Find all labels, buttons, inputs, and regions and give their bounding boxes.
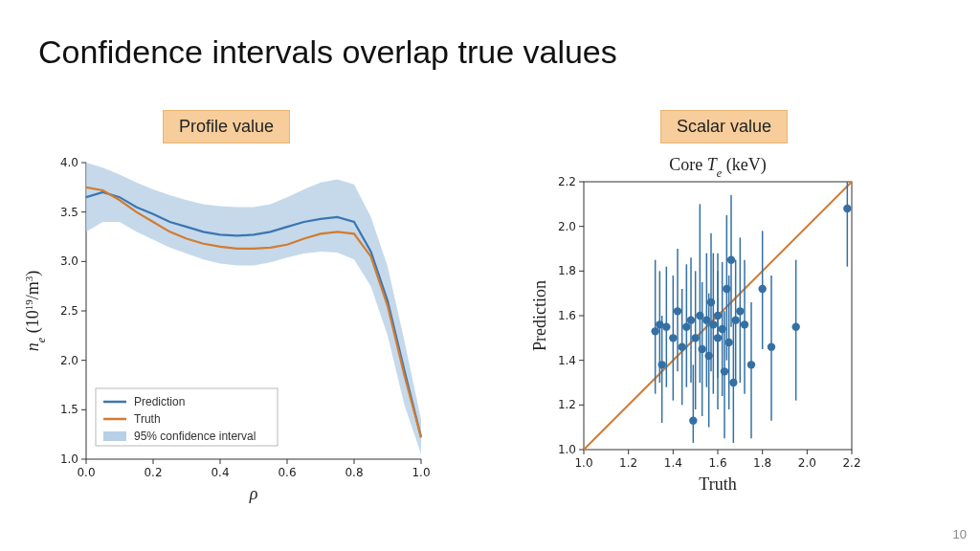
svg-text:2.2: 2.2 (558, 175, 576, 188)
profile-chart: 0.00.20.40.60.81.01.01.52.02.53.03.54.0ρ… (19, 153, 431, 507)
scatter-point (691, 334, 699, 342)
scatter-point (669, 334, 677, 342)
scatter-point (727, 255, 735, 263)
svg-text:1.2: 1.2 (558, 398, 576, 411)
page-number: 10 (953, 527, 967, 541)
scatter-point (731, 316, 739, 323)
svg-text:Prediction: Prediction (530, 280, 549, 351)
svg-text:1.0: 1.0 (574, 456, 592, 470)
scatter-point (758, 285, 766, 293)
scatter-point (741, 320, 748, 328)
svg-text:3.5: 3.5 (60, 206, 78, 219)
svg-text:1.6: 1.6 (708, 456, 726, 470)
svg-text:2.5: 2.5 (60, 304, 78, 318)
scatter-point (651, 327, 658, 335)
scatter-point (682, 322, 690, 330)
svg-text:2.0: 2.0 (798, 456, 816, 470)
svg-text:1.0: 1.0 (60, 452, 78, 466)
svg-text:Prediction: Prediction (134, 395, 185, 408)
svg-text:0.8: 0.8 (345, 466, 363, 479)
svg-text:Truth: Truth (699, 474, 736, 494)
scatter-point (736, 307, 744, 315)
svg-text:3.0: 3.0 (60, 254, 78, 268)
scatter-point (674, 307, 681, 315)
scatter-point (747, 361, 755, 368)
svg-text:1.4: 1.4 (558, 354, 576, 367)
scatter-point (698, 345, 705, 353)
scalar-chart: 1.01.21.41.61.82.02.21.01.21.41.61.82.02… (526, 153, 861, 497)
scatter-point (662, 322, 670, 330)
svg-text:1.0: 1.0 (412, 466, 430, 479)
scatter-point (843, 205, 851, 212)
legend: PredictionTruth95% confidence interval (96, 388, 278, 446)
svg-text:2.0: 2.0 (60, 354, 78, 367)
svg-text:1.2: 1.2 (619, 456, 637, 470)
svg-rect-35 (103, 431, 126, 441)
scatter-point (657, 361, 665, 368)
svg-text:1.4: 1.4 (664, 456, 682, 470)
svg-text:Truth: Truth (134, 412, 161, 426)
scatter-point (689, 416, 697, 424)
svg-text:1.0: 1.0 (558, 443, 576, 456)
scatter-point (714, 334, 722, 342)
svg-text:4.0: 4.0 (60, 156, 78, 169)
svg-text:0.0: 0.0 (77, 466, 95, 479)
label-scalar: Scalar value (660, 110, 788, 143)
scatter-point (724, 339, 732, 346)
slide: Confidence intervals overlap true values… (0, 0, 980, 551)
scatter-point (721, 367, 728, 375)
svg-text:ne  (1019/m3): ne (1019/m3) (23, 271, 48, 351)
slide-title: Confidence intervals overlap true values (38, 33, 617, 71)
label-profile: Profile value (163, 110, 290, 143)
svg-text:1.8: 1.8 (558, 264, 576, 277)
svg-text:2.2: 2.2 (842, 456, 860, 470)
scatter-point (709, 320, 717, 328)
svg-text:2.0: 2.0 (558, 220, 576, 233)
svg-text:95% confidence interval: 95% confidence interval (134, 430, 256, 443)
scatter-point (791, 322, 799, 330)
svg-text:0.6: 0.6 (278, 466, 296, 479)
scatter-point (687, 316, 695, 323)
svg-text:1.5: 1.5 (60, 403, 78, 416)
svg-text:Core Te (keV): Core Te (keV) (669, 155, 766, 180)
svg-text:1.8: 1.8 (753, 456, 771, 470)
scatter-point (678, 342, 685, 350)
svg-text:ρ: ρ (249, 484, 258, 503)
scatter-point (768, 342, 775, 350)
svg-text:0.4: 0.4 (211, 466, 229, 479)
svg-text:1.6: 1.6 (558, 309, 576, 322)
svg-text:0.2: 0.2 (144, 466, 162, 479)
